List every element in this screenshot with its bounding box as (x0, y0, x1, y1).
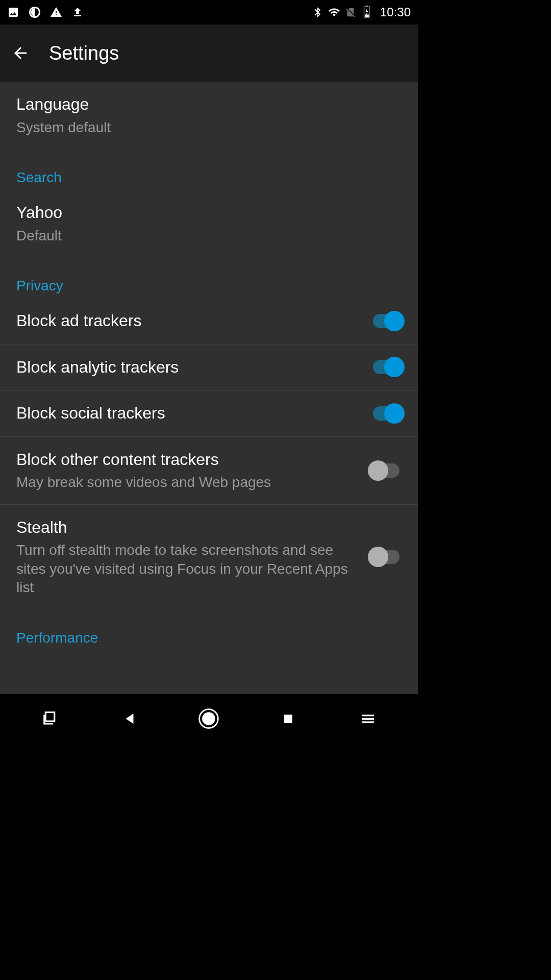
bluetooth-icon (312, 6, 324, 18)
toggle-block-other-trackers[interactable] (371, 460, 402, 481)
svg-rect-5 (45, 713, 55, 722)
section-header-search: Search (0, 149, 418, 190)
setting-language-title: Language (16, 94, 402, 115)
home-circle-icon (197, 707, 220, 730)
arrow-back-icon (11, 44, 30, 62)
setting-stealth-title: Stealth (16, 517, 359, 538)
page-title: Settings (49, 42, 119, 64)
square-icon (282, 713, 294, 725)
setting-search-engine[interactable]: Yahoo Default (0, 190, 418, 257)
setting-language-subtitle: System default (16, 118, 402, 137)
warning-icon (50, 6, 62, 18)
navigation-bar (0, 694, 418, 743)
back-button[interactable] (8, 41, 33, 65)
toggle-block-social-trackers[interactable] (371, 403, 402, 424)
settings-content[interactable]: Language System default Search Yahoo Def… (0, 82, 418, 694)
toggle-block-analytic-trackers[interactable] (371, 357, 402, 377)
status-right-icons: 10:30 (312, 5, 411, 19)
section-header-performance: Performance (0, 609, 418, 650)
svg-rect-8 (284, 715, 292, 723)
nav-overview-button[interactable] (276, 706, 300, 731)
setting-block-ad-title: Block ad trackers (16, 310, 359, 332)
firefox-icon (29, 6, 41, 18)
upload-icon (71, 6, 84, 18)
setting-block-social-trackers[interactable]: Block social trackers (0, 390, 418, 436)
setting-block-other-trackers[interactable]: Block other content trackers May break s… (0, 437, 418, 504)
setting-search-engine-title: Yahoo (16, 202, 402, 224)
setting-block-social-title: Block social trackers (16, 403, 359, 424)
setting-block-ad-trackers[interactable]: Block ad trackers (0, 298, 418, 344)
hamburger-icon (360, 710, 376, 727)
svg-rect-10 (362, 718, 374, 720)
nav-recent-apps-button[interactable] (38, 706, 62, 731)
toggle-block-ad-trackers[interactable] (371, 311, 402, 331)
setting-block-other-subtitle: May break some videos and Web pages (16, 473, 359, 492)
nav-menu-button[interactable] (356, 706, 380, 731)
triangle-back-icon (122, 711, 137, 726)
svg-point-7 (203, 712, 216, 725)
svg-rect-11 (362, 721, 374, 723)
picture-icon (7, 6, 19, 18)
wifi-icon (328, 6, 340, 18)
app-bar: Settings (0, 24, 418, 82)
setting-search-engine-subtitle: Default (16, 227, 402, 245)
section-header-privacy: Privacy (0, 257, 418, 298)
battery-icon (361, 6, 373, 18)
nav-home-button[interactable] (196, 706, 221, 731)
nav-back-button[interactable] (117, 706, 142, 731)
status-bar: 10:30 (0, 0, 418, 24)
setting-stealth-subtitle: Turn off stealth mode to take screenshot… (16, 541, 359, 597)
setting-language[interactable]: Language System default (0, 82, 418, 149)
setting-block-analytic-title: Block analytic trackers (16, 357, 359, 378)
svg-rect-4 (365, 14, 369, 17)
setting-block-analytic-trackers[interactable]: Block analytic trackers (0, 345, 418, 390)
setting-block-other-title: Block other content trackers (16, 449, 359, 471)
svg-rect-9 (362, 715, 374, 716)
no-sim-icon (344, 6, 357, 18)
recent-apps-icon (42, 711, 58, 726)
setting-stealth[interactable]: Stealth Turn off stealth mode to take sc… (0, 505, 418, 609)
toggle-stealth[interactable] (371, 547, 402, 567)
status-time: 10:30 (380, 5, 411, 19)
status-left-icons (7, 6, 84, 18)
